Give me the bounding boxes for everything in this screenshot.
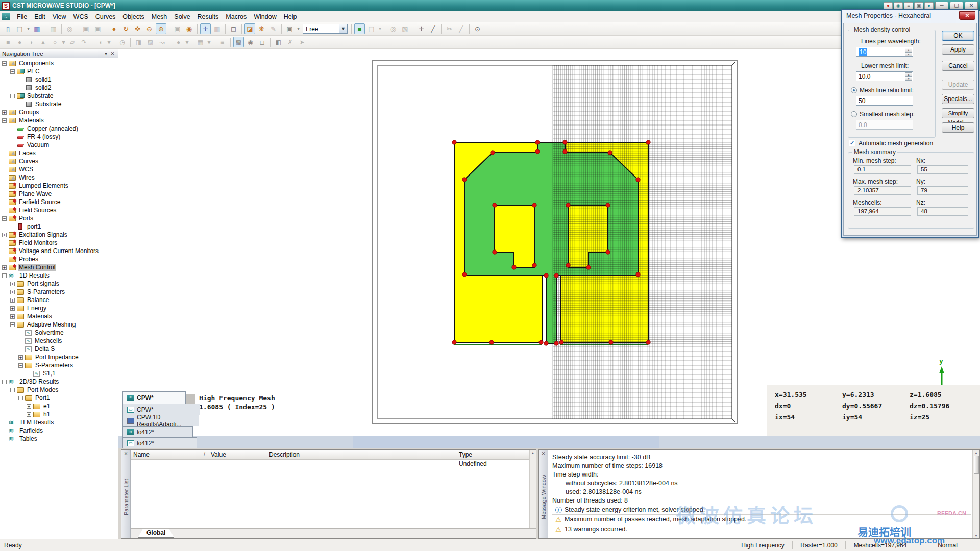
mesh-add-dropdown-icon[interactable]: ▾ (207, 37, 211, 47)
tree-item-field-sources[interactable]: Field Sources (0, 206, 118, 214)
expand-toggle-icon[interactable]: − (10, 69, 15, 74)
tree-item-solid2[interactable]: solid2 (0, 84, 118, 92)
grid-toggle-icon[interactable]: ▦ (212, 23, 223, 34)
tree-item-farfields[interactable]: ≋Farfields (0, 427, 118, 435)
slice-tool-icon[interactable]: ╱ (456, 23, 467, 34)
tree-item-wires[interactable]: Wires (0, 173, 118, 182)
tree-item-port-signals[interactable]: +Port signals (0, 280, 118, 288)
expand-toggle-icon[interactable]: − (10, 322, 15, 327)
transform-tool-icon[interactable]: ◨ (133, 37, 144, 47)
expand-toggle-icon[interactable]: + (10, 282, 15, 286)
column-header-name[interactable]: Name/ (131, 450, 208, 460)
expand-toggle-icon[interactable]: + (10, 306, 15, 311)
tree-item-substrate[interactable]: Substrate (0, 100, 118, 108)
cone-tool-icon[interactable]: ▲ (38, 37, 48, 47)
shape-dropdown-icon[interactable]: ▾ (61, 37, 66, 47)
globe-icon[interactable]: ● (924, 2, 934, 10)
column-header-value[interactable]: Value (208, 450, 266, 460)
tree-item-s-parameters[interactable]: +S-Parameters (0, 288, 118, 296)
tree-item-port1[interactable]: −Port1 (0, 394, 118, 402)
open-project-icon[interactable]: ▤ (14, 23, 25, 34)
expand-toggle-icon[interactable]: − (2, 216, 7, 221)
mesh-line-ratio-radio[interactable] (851, 87, 857, 93)
expand-toggle-icon[interactable]: + (10, 314, 15, 319)
spinner-up-down[interactable]: ▲▼ (905, 48, 912, 56)
render-settings-icon[interactable]: ◉ (184, 23, 194, 34)
web-icon[interactable]: ◉ (894, 2, 903, 10)
lower-mesh-limit-input[interactable]: 10.0 ▲▼ (856, 71, 913, 81)
smallest-mesh-step-radio[interactable] (851, 111, 857, 117)
specials-button[interactable]: Specials... (942, 94, 974, 104)
new-document-icon[interactable]: ▯ (3, 23, 13, 34)
ok-button[interactable]: OK (942, 31, 974, 41)
tree-item-pec[interactable]: −PEC (0, 67, 118, 76)
message-window-scrollbar[interactable]: ▲▼ (972, 450, 979, 538)
ellipsoid-tool-icon[interactable]: ◗ (26, 37, 37, 47)
tree-item-balance[interactable]: +Balance (0, 296, 118, 304)
tree-item-meshcells[interactable]: ∿Meshcells (0, 337, 118, 345)
close-button[interactable]: ✕ (965, 2, 978, 10)
delete-tool-icon[interactable]: ✗ (285, 37, 296, 47)
align-tool-icon[interactable]: ▤ (366, 23, 377, 34)
apply-button[interactable]: Apply (942, 44, 974, 55)
draw-tool-icon[interactable]: ✎ (268, 23, 279, 34)
tree-item-adaptive-meshing[interactable]: −Adaptive Meshing (0, 320, 118, 329)
tree-item-port-impedance[interactable]: +Port Impedance (0, 353, 118, 361)
copy-view-dropdown-icon[interactable]: ▾ (296, 23, 301, 34)
menu-objects[interactable]: Objects (119, 12, 148, 21)
tree-item-copper-annealed-[interactable]: Copper (annealed) (0, 124, 118, 133)
tree-item-1d-results[interactable]: −≋1D Results (0, 271, 118, 280)
record-icon[interactable]: ● (884, 2, 893, 10)
mesh-add-tool-icon[interactable]: ▦ (195, 37, 206, 47)
global-parameters-tab[interactable]: Global (138, 529, 174, 538)
copy-image-icon[interactable]: ▣ (81, 23, 91, 34)
axes-toggle-icon[interactable]: ✛ (200, 23, 211, 34)
lines-per-wavelength-input[interactable]: 10 ▲▼ (856, 47, 913, 57)
tree-item-energy[interactable]: +Energy (0, 304, 118, 312)
expand-toggle-icon[interactable]: − (2, 118, 7, 123)
history-tool-icon[interactable]: ◷ (117, 37, 128, 47)
expand-toggle-icon[interactable]: + (18, 355, 23, 360)
panel-close-icon[interactable]: ✕ (109, 50, 116, 57)
measure-tool-icon[interactable]: ◎ (388, 23, 399, 34)
boolean-dropdown-icon[interactable]: ▾ (185, 37, 189, 47)
tree-item-s-parameters[interactable]: −S-Parameters (0, 361, 118, 369)
column-header-description[interactable]: Description (266, 450, 456, 460)
blend-tool-icon[interactable]: ◖ (95, 37, 106, 47)
circle-select-icon[interactable]: ◉ (245, 37, 256, 47)
tree-item-excitation-signals[interactable]: +Excitation Signals (0, 231, 118, 239)
expand-toggle-icon[interactable]: − (2, 61, 7, 66)
tree-item-delta-s[interactable]: ∿Delta S (0, 345, 118, 353)
pick-edge-icon[interactable]: ╱ (428, 23, 438, 34)
tree-item-faces[interactable]: Faces (0, 149, 118, 157)
expand-toggle-icon[interactable]: − (10, 388, 15, 392)
expand-toggle-icon[interactable]: + (27, 404, 31, 409)
tree-item-2d-3d-results[interactable]: −≋2D/3D Results (0, 378, 118, 386)
tree-item-port1[interactable]: port1 (0, 222, 118, 231)
menu-file[interactable]: File (13, 12, 31, 21)
brick-tool-icon[interactable]: ■ (3, 37, 13, 47)
tree-item-tables[interactable]: ≋Tables (0, 435, 118, 443)
menu-macros[interactable]: Macros (222, 12, 250, 21)
menu-window[interactable]: Window (250, 12, 280, 21)
tree-item-materials[interactable]: +Materials (0, 312, 118, 320)
mesh-view-icon[interactable]: ❋ (256, 23, 267, 34)
mesh-view-mode-select[interactable]: Free▼ (303, 24, 348, 34)
tree-item-wcs[interactable]: WCS (0, 165, 118, 173)
tree-item-mesh-control[interactable]: +Mesh Control (0, 263, 118, 271)
tree-item-curves[interactable]: Curves (0, 157, 118, 165)
menu-wcs[interactable]: WCS (70, 12, 92, 21)
tree-item-components[interactable]: −Components (0, 59, 118, 67)
copy-image-alt-icon[interactable]: ▣ (92, 23, 103, 34)
menu-edit[interactable]: Edit (31, 12, 49, 21)
shear-tool-icon[interactable]: ▨ (145, 37, 156, 47)
tree-item-plane-wave[interactable]: Plane Wave (0, 190, 118, 198)
panel-pin-icon[interactable]: ▾ (103, 50, 109, 57)
cut-tool-icon[interactable]: ✂ (444, 23, 455, 34)
chevron-down-icon[interactable]: ▼ (339, 24, 347, 33)
tree-item-lumped-elements[interactable]: Lumped Elements (0, 182, 118, 190)
menu-curves[interactable]: Curves (92, 12, 119, 21)
parameter-list-close-icon[interactable]: ✕ (124, 451, 128, 456)
rotate-solid-tool-icon[interactable]: ↷ (79, 37, 89, 47)
expand-toggle-icon[interactable]: + (10, 290, 15, 294)
